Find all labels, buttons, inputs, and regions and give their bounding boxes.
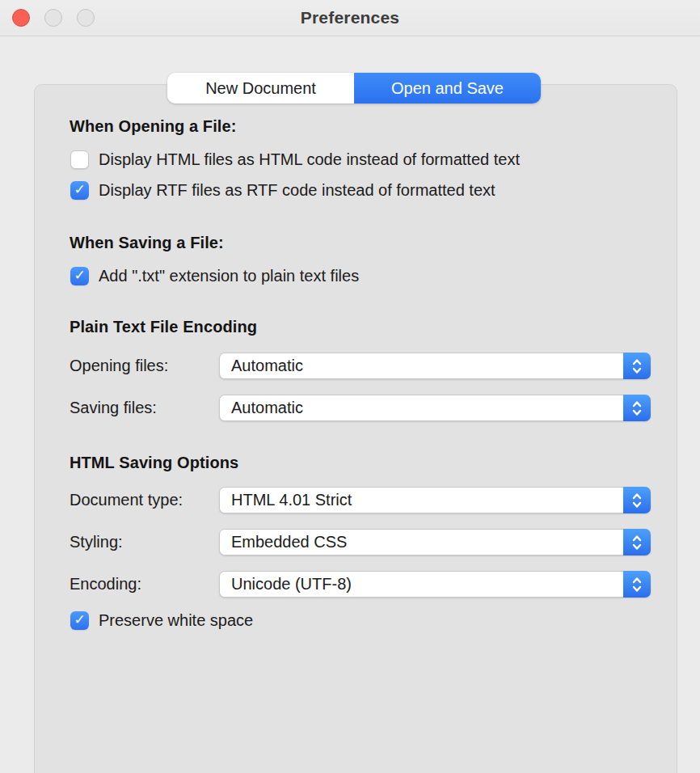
section-heading-html-saving: HTML Saving Options — [70, 454, 238, 472]
opening-files-popup-value: Automatic — [231, 353, 303, 378]
styling-label: Styling: — [70, 533, 123, 551]
encoding-popup-value: Unicode (UTF-8) — [231, 572, 352, 597]
tab-new-document-label: New Document — [205, 79, 316, 98]
window-title: Preferences — [0, 0, 700, 36]
opening-files-label: Opening files: — [70, 357, 168, 375]
saving-files-label: Saving files: — [70, 399, 157, 417]
checkbox-display-html[interactable]: ✓ — [70, 150, 89, 169]
checkmark-icon: ✓ — [74, 613, 85, 627]
checkbox-display-rtf-label: Display RTF files as RTF code instead of… — [99, 181, 495, 200]
styling-popup-value: Embedded CSS — [231, 530, 347, 555]
checkbox-row-display-html: ✓ Display HTML files as HTML code instea… — [70, 150, 520, 169]
styling-popup[interactable]: Embedded CSS — [219, 529, 651, 555]
popup-chevrons-icon — [623, 353, 651, 379]
checkbox-add-txt-extension-label: Add ".txt" extension to plain text files — [99, 267, 359, 285]
saving-files-popup-value: Automatic — [231, 395, 303, 420]
section-heading-when-saving: When Saving a File: — [70, 234, 224, 252]
checkbox-row-add-txt: ✓ Add ".txt" extension to plain text fil… — [70, 267, 359, 285]
document-type-popup-value: HTML 4.01 Strict — [231, 488, 352, 513]
document-type-popup[interactable]: HTML 4.01 Strict — [219, 487, 651, 513]
checkbox-display-html-label: Display HTML files as HTML code instead … — [99, 150, 520, 169]
document-type-label: Document type: — [70, 491, 183, 509]
checkbox-row-preserve-white-space: ✓ Preserve white space — [70, 611, 253, 630]
section-heading-plain-text-encoding: Plain Text File Encoding — [70, 318, 257, 336]
popup-chevrons-icon — [623, 529, 651, 555]
checkmark-icon: ✓ — [74, 268, 85, 282]
checkmark-icon: ✓ — [74, 183, 85, 196]
tab-open-and-save-label: Open and Save — [391, 79, 504, 98]
opening-files-popup[interactable]: Automatic — [219, 353, 651, 379]
encoding-popup[interactable]: Unicode (UTF-8) — [219, 571, 651, 598]
checkbox-preserve-white-space[interactable]: ✓ — [70, 611, 89, 630]
checkbox-row-display-rtf: ✓ Display RTF files as RTF code instead … — [70, 181, 495, 200]
popup-chevrons-icon — [623, 571, 651, 598]
popup-chevrons-icon — [623, 487, 651, 513]
tab-open-and-save[interactable]: Open and Save — [354, 73, 541, 103]
saving-files-popup[interactable]: Automatic — [219, 395, 651, 421]
checkbox-add-txt-extension[interactable]: ✓ — [70, 267, 89, 285]
section-heading-when-opening: When Opening a File: — [70, 117, 236, 136]
checkbox-preserve-white-space-label: Preserve white space — [99, 611, 253, 630]
tab-new-document[interactable]: New Document — [167, 73, 354, 103]
title-bar: Preferences — [0, 0, 700, 36]
popup-chevrons-icon — [623, 395, 651, 421]
checkbox-display-rtf[interactable]: ✓ — [70, 181, 89, 200]
encoding-label: Encoding: — [70, 575, 141, 593]
preferences-tab-control: New Document Open and Save — [167, 73, 541, 103]
